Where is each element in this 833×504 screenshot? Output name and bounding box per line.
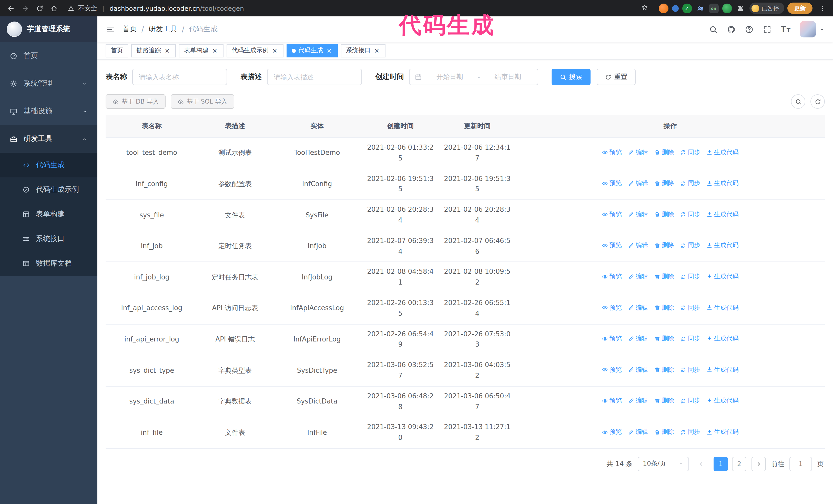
preview-button[interactable]: 预览 xyxy=(602,147,622,157)
goto-page-input[interactable] xyxy=(789,457,812,471)
import-sql-button[interactable]: 基于 SQL 导入 xyxy=(171,94,234,109)
reset-button[interactable]: 重置 xyxy=(597,69,636,85)
generate-code-button[interactable]: 生成代码 xyxy=(706,272,739,282)
generate-code-button[interactable]: 生成代码 xyxy=(706,396,739,406)
preview-button[interactable]: 预览 xyxy=(602,178,622,188)
font-size-button[interactable]: TT xyxy=(781,25,791,33)
sync-button[interactable]: 同步 xyxy=(680,210,700,219)
sync-button[interactable]: 同步 xyxy=(680,365,700,375)
sync-button[interactable]: 同步 xyxy=(680,303,700,312)
close-tab-icon[interactable]: × xyxy=(211,47,218,54)
sync-button[interactable]: 同步 xyxy=(680,147,700,157)
preview-button[interactable]: 预览 xyxy=(602,210,622,219)
refresh-table-button[interactable] xyxy=(810,94,825,109)
extension-drop-icon[interactable] xyxy=(672,5,679,11)
generate-code-button[interactable]: 生成代码 xyxy=(706,303,739,312)
preview-button[interactable]: 预览 xyxy=(602,303,622,312)
sidebar-item-form-builder[interactable]: 表单构建 xyxy=(0,202,97,226)
preview-button[interactable]: 预览 xyxy=(602,365,622,375)
close-tab-icon[interactable]: × xyxy=(271,47,278,54)
sync-button[interactable]: 同步 xyxy=(680,241,700,250)
extension-check-icon[interactable]: ✓ xyxy=(682,3,692,13)
page-button-2[interactable]: 2 xyxy=(732,457,746,471)
close-tab-icon[interactable]: × xyxy=(326,47,333,54)
edit-button[interactable]: 编辑 xyxy=(628,365,648,375)
page-button-1[interactable]: 1 xyxy=(714,457,728,471)
preview-button[interactable]: 预览 xyxy=(602,396,622,406)
preview-button[interactable]: 预览 xyxy=(602,334,622,343)
close-tab-icon[interactable]: × xyxy=(373,47,380,54)
extension-people-icon[interactable] xyxy=(695,3,705,13)
create-time-range-picker[interactable]: 开始日期 - 结束日期 xyxy=(409,69,538,85)
delete-button[interactable]: 删除 xyxy=(654,365,674,375)
edit-button[interactable]: 编辑 xyxy=(628,303,648,312)
browser-menu-button[interactable] xyxy=(815,2,829,15)
edit-button[interactable]: 编辑 xyxy=(628,272,648,282)
generate-code-button[interactable]: 生成代码 xyxy=(706,210,739,219)
delete-button[interactable]: 删除 xyxy=(654,210,674,219)
table-name-input[interactable] xyxy=(132,69,227,85)
tab[interactable]: 代码生成示例× xyxy=(227,44,284,57)
help-button[interactable] xyxy=(745,25,754,33)
sidebar-item-dev-tools[interactable]: 研发工具 xyxy=(0,125,97,153)
github-button[interactable] xyxy=(727,25,736,33)
browser-forward-button[interactable] xyxy=(19,2,32,15)
tab[interactable]: 代码生成× xyxy=(287,44,338,57)
import-db-button[interactable]: 基于 DB 导入 xyxy=(105,94,166,109)
generate-code-button[interactable]: 生成代码 xyxy=(706,241,739,250)
tab[interactable]: 表单构建× xyxy=(179,44,223,57)
sidebar-item-system-api[interactable]: 系统接口 xyxy=(0,226,97,251)
toggle-search-button[interactable] xyxy=(791,94,805,109)
browser-back-button[interactable] xyxy=(4,2,18,15)
edit-button[interactable]: 编辑 xyxy=(628,147,648,157)
delete-button[interactable]: 删除 xyxy=(654,241,674,250)
sync-button[interactable]: 同步 xyxy=(680,396,700,406)
breadcrumb-item[interactable]: 研发工具 xyxy=(148,25,177,34)
next-page-button[interactable] xyxy=(752,457,766,471)
sync-button[interactable]: 同步 xyxy=(680,272,700,282)
sync-button[interactable]: 同步 xyxy=(680,427,700,437)
tab[interactable]: 链路追踪× xyxy=(131,44,176,57)
generate-code-button[interactable]: 生成代码 xyxy=(706,334,739,343)
page-size-select[interactable]: 10条/页 xyxy=(638,457,689,471)
prev-page-button[interactable] xyxy=(694,457,709,471)
browser-home-button[interactable] xyxy=(47,2,61,15)
chrome-update-button[interactable]: 更新 xyxy=(787,3,812,14)
sidebar-item-codegen[interactable]: 代码生成 xyxy=(0,153,97,177)
delete-button[interactable]: 删除 xyxy=(654,178,674,188)
preview-button[interactable]: 预览 xyxy=(602,272,622,282)
browser-reload-button[interactable] xyxy=(33,2,46,15)
sidebar-toggle-button[interactable] xyxy=(105,24,115,34)
extension-on-icon[interactable]: on xyxy=(709,3,718,13)
delete-button[interactable]: 删除 xyxy=(654,272,674,282)
tab[interactable]: 首页 xyxy=(105,44,128,57)
profile-paused-chip[interactable]: 已暂停 xyxy=(749,3,784,14)
bookmark-star-button[interactable] xyxy=(641,4,648,13)
edit-button[interactable]: 编辑 xyxy=(628,427,648,437)
sidebar-item-db-doc[interactable]: 数据库文档 xyxy=(0,251,97,276)
sidebar-item-codegen-example[interactable]: 代码生成示例 xyxy=(0,177,97,202)
close-tab-icon[interactable]: × xyxy=(164,47,171,54)
sync-button[interactable]: 同步 xyxy=(680,334,700,343)
user-menu[interactable] xyxy=(800,21,825,38)
table-desc-input[interactable] xyxy=(267,69,362,85)
address-bar[interactable]: 不安全 | dashboard.yudao.iocoder.cn/tool/co… xyxy=(62,4,654,13)
generate-code-button[interactable]: 生成代码 xyxy=(706,365,739,375)
delete-button[interactable]: 删除 xyxy=(654,303,674,312)
edit-button[interactable]: 编辑 xyxy=(628,210,648,219)
delete-button[interactable]: 删除 xyxy=(654,334,674,343)
extension-fox-icon[interactable] xyxy=(659,3,668,13)
edit-button[interactable]: 编辑 xyxy=(628,396,648,406)
edit-button[interactable]: 编辑 xyxy=(628,334,648,343)
tab[interactable]: 系统接口× xyxy=(341,44,385,57)
sync-button[interactable]: 同步 xyxy=(680,178,700,188)
extensions-puzzle-button[interactable] xyxy=(735,3,745,13)
security-label[interactable]: 不安全 xyxy=(78,4,97,13)
sidebar-item-infrastructure[interactable]: 基础设施 xyxy=(0,97,97,125)
delete-button[interactable]: 删除 xyxy=(654,396,674,406)
edit-button[interactable]: 编辑 xyxy=(628,178,648,188)
sidebar-item-system[interactable]: 系统管理 xyxy=(0,70,97,97)
header-search-button[interactable] xyxy=(709,25,718,33)
preview-button[interactable]: 预览 xyxy=(602,241,622,250)
preview-button[interactable]: 预览 xyxy=(602,427,622,437)
